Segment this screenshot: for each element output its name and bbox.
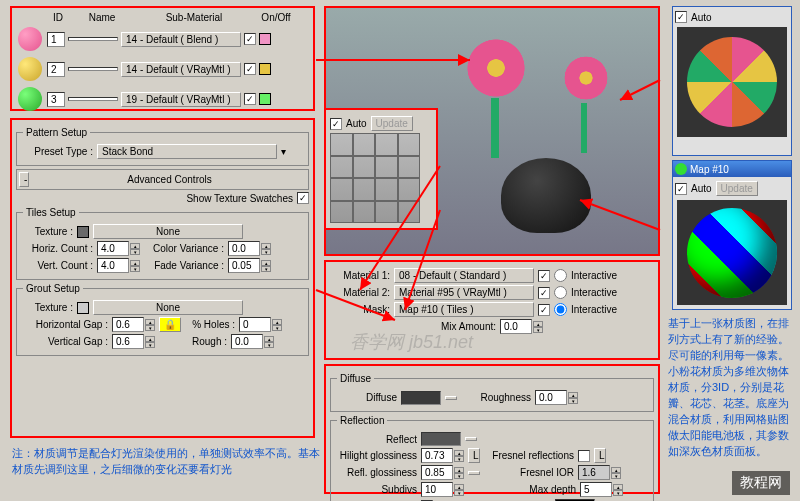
spin-down-icon[interactable]: ▾	[261, 266, 271, 272]
material-swatch[interactable]	[259, 93, 271, 105]
holes-input[interactable]: 0	[239, 317, 271, 332]
tiles-texture-button[interactable]: None	[93, 224, 243, 239]
refl-gloss-input[interactable]: 0.85	[421, 465, 453, 480]
spin-down-icon[interactable]: ▾	[568, 398, 578, 404]
auto-label: Auto	[691, 12, 712, 23]
collapse-button[interactable]: -	[19, 172, 29, 187]
mix-amount-input[interactable]: 0.0	[500, 319, 532, 334]
mask-label: Mask:	[330, 304, 390, 315]
checker-sphere-icon	[687, 37, 777, 127]
sub-material-button[interactable]: 19 - Default ( VRayMtl )	[121, 92, 241, 107]
hgap-input[interactable]: 0.6	[112, 317, 144, 332]
material-id[interactable]: 2	[47, 62, 65, 77]
auto-checkbox[interactable]	[330, 118, 342, 130]
stem-icon	[581, 103, 587, 153]
tiles-setup-legend: Tiles Setup	[23, 207, 79, 218]
grout-texture-button[interactable]: None	[93, 300, 243, 315]
vgap-input[interactable]: 0.6	[112, 334, 144, 349]
color-variance-input[interactable]: 0.0	[228, 241, 260, 256]
spin-down-icon[interactable]: ▾	[611, 473, 621, 479]
spin-down-icon[interactable]: ▾	[454, 490, 464, 496]
material-name[interactable]	[68, 97, 118, 101]
auto-checkbox[interactable]	[675, 183, 687, 195]
material-swatch[interactable]	[259, 63, 271, 75]
show-swatches-checkbox[interactable]	[297, 192, 309, 204]
diffuse-group: Diffuse Diffuse Roughness 0.0▴▾	[330, 373, 654, 412]
max-depth-input[interactable]: 5	[580, 482, 612, 497]
spin-down-icon[interactable]: ▾	[454, 456, 464, 462]
reflect-map-button[interactable]	[465, 437, 477, 441]
diffuse-color[interactable]	[401, 391, 441, 405]
material-thumb-icon	[18, 27, 42, 51]
onoff-checkbox[interactable]	[244, 93, 256, 105]
spin-down-icon[interactable]: ▾	[272, 325, 282, 331]
fade-variance-input[interactable]: 0.05	[228, 258, 260, 273]
spin-down-icon[interactable]: ▾	[264, 342, 274, 348]
interactive-label: Interactive	[571, 270, 617, 281]
material-name[interactable]	[68, 67, 118, 71]
vert-count-input[interactable]: 4.0	[97, 258, 129, 273]
sub-material-button[interactable]: 14 - Default ( Blend )	[121, 32, 241, 47]
material1-button[interactable]: 08 - Default ( Standard )	[394, 268, 534, 283]
mat2-on-checkbox[interactable]	[538, 287, 550, 299]
update-button[interactable]: Update	[371, 116, 413, 131]
hgloss-lock-button[interactable]: L	[468, 448, 480, 463]
material-row: 1 14 - Default ( Blend )	[16, 25, 309, 53]
spin-down-icon[interactable]: ▾	[145, 342, 155, 348]
spin-down-icon[interactable]: ▾	[613, 490, 623, 496]
onoff-checkbox[interactable]	[244, 63, 256, 75]
fresnel-lock-button[interactable]: L	[594, 448, 606, 463]
onoff-checkbox[interactable]	[244, 33, 256, 45]
diffuse-map-button[interactable]	[445, 396, 457, 400]
material-id[interactable]: 1	[47, 32, 65, 47]
material2-label: Material 2:	[330, 287, 390, 298]
pattern-setup-legend: Pattern Setup	[23, 127, 90, 138]
tiles-color-swatch[interactable]	[77, 226, 89, 238]
reflection-legend: Reflection	[337, 415, 387, 426]
hilight-gloss-label: Hilight glossiness	[337, 450, 417, 461]
material-id[interactable]: 3	[47, 92, 65, 107]
mask-button[interactable]: Map #10 ( Tiles )	[394, 302, 534, 317]
pattern-setup-group: Pattern Setup Preset Type : Stack Bond ▾	[16, 127, 309, 166]
roughness-input[interactable]: 0.0	[535, 390, 567, 405]
bottom-note-text: 注：材质调节是配合灯光渲染使用的，单独测试效率不高。基本材质先调到这里，之后细微…	[12, 445, 322, 477]
mask-interactive-radio[interactable]	[554, 303, 567, 316]
reflect-color[interactable]	[421, 432, 461, 446]
mat1-on-checkbox[interactable]	[538, 270, 550, 282]
grout-color-swatch[interactable]	[77, 302, 89, 314]
lock-icon[interactable]: 🔒	[159, 317, 181, 332]
spin-down-icon[interactable]: ▾	[145, 325, 155, 331]
rgloss-map-button[interactable]	[468, 471, 480, 475]
reflect-label: Reflect	[337, 434, 417, 445]
grout-setup-group: Grout Setup Texture : None Horizontal Ga…	[16, 283, 309, 356]
mask-on-checkbox[interactable]	[538, 304, 550, 316]
spin-down-icon[interactable]: ▾	[454, 473, 464, 479]
material-row: 3 19 - Default ( VRayMtl )	[16, 85, 309, 113]
fresnel-ior-input[interactable]: 1.6	[578, 465, 610, 480]
spin-down-icon[interactable]: ▾	[261, 249, 271, 255]
spin-down-icon[interactable]: ▾	[533, 327, 543, 333]
fresnel-checkbox[interactable]	[578, 450, 590, 462]
spin-down-icon[interactable]: ▾	[130, 266, 140, 272]
chevron-down-icon[interactable]: ▾	[281, 146, 286, 157]
vray-mtl-panel: Diffuse Diffuse Roughness 0.0▴▾ Reflecti…	[324, 364, 660, 494]
preset-type-dropdown[interactable]: Stack Bond	[97, 144, 277, 159]
mat2-interactive-radio[interactable]	[554, 286, 567, 299]
auto-checkbox[interactable]	[675, 11, 687, 23]
refl-gloss-label: Refl. glossiness	[337, 467, 417, 478]
material2-button[interactable]: Material #95 ( VRayMtl )	[394, 285, 534, 300]
hilight-gloss-input[interactable]: 0.73	[421, 448, 453, 463]
spin-down-icon[interactable]: ▾	[130, 249, 140, 255]
material-name[interactable]	[68, 37, 118, 41]
horiz-count-input[interactable]: 4.0	[97, 241, 129, 256]
hgap-label: Horizontal Gap :	[23, 319, 108, 330]
material-swatch[interactable]	[259, 33, 271, 45]
map-icon	[675, 163, 687, 175]
subdivs-input[interactable]: 10	[421, 482, 453, 497]
mat1-interactive-radio[interactable]	[554, 269, 567, 282]
flower-icon	[556, 48, 616, 108]
sub-material-button[interactable]: 14 - Default ( VRayMtl )	[121, 62, 241, 77]
update-button[interactable]: Update	[716, 181, 758, 196]
rough-input[interactable]: 0.0	[231, 334, 263, 349]
header-name: Name	[72, 12, 132, 23]
